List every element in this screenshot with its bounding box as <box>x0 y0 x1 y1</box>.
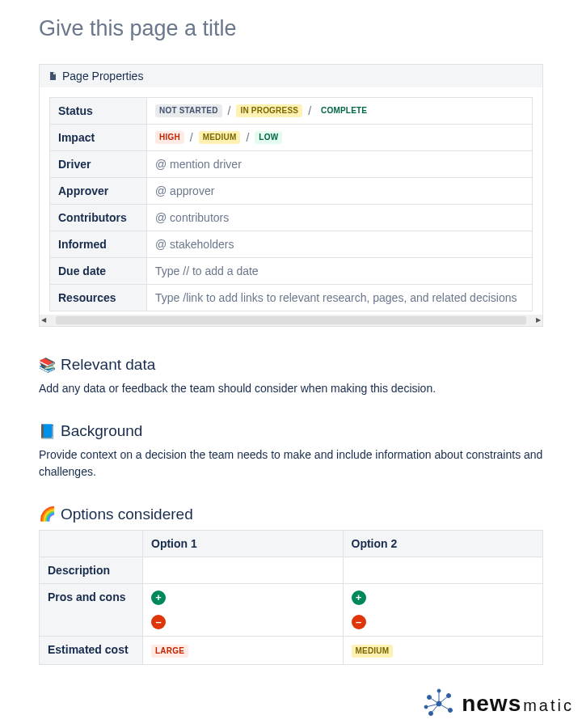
panel-body: Status NOT STARTED / IN PROGRESS / COMPL… <box>40 87 542 315</box>
prop-label: Approver <box>50 178 147 205</box>
prop-value-impact[interactable]: HIGH / MEDIUM / LOW <box>147 125 533 151</box>
minus-icon[interactable]: – <box>352 615 366 629</box>
options-col-1: Option 1 <box>143 530 344 557</box>
prop-value-due-date[interactable]: Type // to add a date <box>147 258 533 285</box>
prop-row-due-date: Due date Type // to add a date <box>50 258 533 285</box>
options-col-empty <box>40 530 143 557</box>
options-col-2: Option 2 <box>343 530 543 557</box>
horizontal-scrollbar[interactable]: ◀ ▶ <box>40 315 542 326</box>
blue-book-icon: 📘 <box>39 423 56 440</box>
properties-table: Status NOT STARTED / IN PROGRESS / COMPL… <box>49 97 533 311</box>
books-icon: 📚 <box>39 357 56 374</box>
cell-cost-opt2[interactable]: MEDIUM <box>343 636 543 664</box>
status-pill-complete[interactable]: COMPLETE <box>317 104 371 117</box>
page-title-placeholder[interactable]: Give this page a title <box>39 16 543 41</box>
plus-icon[interactable]: + <box>352 590 366 605</box>
section-heading-background: 📘 Background <box>39 422 543 440</box>
status-pill-in-progress[interactable]: IN PROGRESS <box>236 104 302 117</box>
prop-row-status: Status NOT STARTED / IN PROGRESS / COMPL… <box>50 98 533 125</box>
minus-icon[interactable]: – <box>151 615 166 629</box>
prop-label: Status <box>50 98 147 125</box>
page-properties-panel: Page Properties Status NOT STARTED / IN … <box>39 64 543 327</box>
row-label: Estimated cost <box>40 636 143 664</box>
impact-pill-high[interactable]: HIGH <box>155 131 184 144</box>
separator: / <box>190 131 193 144</box>
section-heading-options: 🌈 Options considered <box>39 506 543 523</box>
scroll-track[interactable] <box>56 316 526 324</box>
rainbow-icon: 🌈 <box>39 506 56 523</box>
prop-value-status[interactable]: NOT STARTED / IN PROGRESS / COMPLETE <box>147 98 533 125</box>
options-row-description: Description <box>40 557 543 583</box>
section-title: Background <box>61 422 142 440</box>
section-title: Relevant data <box>61 356 155 374</box>
separator: / <box>246 131 249 144</box>
cell-proscons-opt1[interactable]: + – <box>143 583 344 636</box>
section-text-background[interactable]: Provide context on a decision the team n… <box>39 447 543 480</box>
separator: / <box>228 104 231 117</box>
prop-row-resources: Resources Type /link to add links to rel… <box>50 285 533 311</box>
scroll-left-icon[interactable]: ◀ <box>40 316 48 324</box>
impact-pill-medium[interactable]: MEDIUM <box>199 131 241 144</box>
options-row-proscons: Pros and cons + – + – <box>40 583 543 636</box>
prop-row-informed: Informed @ stakeholders <box>50 231 533 258</box>
prop-label: Informed <box>50 231 147 258</box>
section-text-relevant-data[interactable]: Add any data or feedback the team should… <box>39 380 543 396</box>
section-title: Options considered <box>61 506 193 523</box>
prop-value-contributors[interactable]: @ contributors <box>147 205 533 231</box>
prop-row-approver: Approver @ approver <box>50 178 533 205</box>
prop-row-driver: Driver @ mention driver <box>50 151 533 178</box>
options-row-cost: Estimated cost LARGE MEDIUM <box>40 636 543 664</box>
panel-header: Page Properties <box>40 65 542 87</box>
prop-value-informed[interactable]: @ stakeholders <box>147 231 533 258</box>
impact-pill-low[interactable]: LOW <box>255 131 282 144</box>
prop-row-contributors: Contributors @ contributors <box>50 205 533 231</box>
cell-description-opt1[interactable] <box>143 557 344 583</box>
options-table: Option 1 Option 2 Description Pros and c… <box>39 530 543 665</box>
cost-pill-medium[interactable]: MEDIUM <box>352 645 394 658</box>
prop-label: Driver <box>50 151 147 178</box>
prop-value-resources[interactable]: Type /link to add links to relevant rese… <box>147 285 533 311</box>
prop-value-approver[interactable]: @ approver <box>147 178 533 205</box>
prop-label: Contributors <box>50 205 147 231</box>
cell-cost-opt1[interactable]: LARGE <box>143 636 344 664</box>
separator: / <box>308 104 311 117</box>
scroll-right-icon[interactable]: ▶ <box>534 316 542 324</box>
row-label: Pros and cons <box>40 583 143 636</box>
section-heading-relevant-data: 📚 Relevant data <box>39 356 543 374</box>
status-pill-not-started[interactable]: NOT STARTED <box>155 104 222 117</box>
prop-label: Resources <box>50 285 147 311</box>
prop-label: Impact <box>50 125 147 151</box>
prop-row-impact: Impact HIGH / MEDIUM / LOW <box>50 125 533 151</box>
cell-description-opt2[interactable] <box>343 557 543 583</box>
cell-proscons-opt2[interactable]: + – <box>343 583 543 636</box>
panel-title: Page Properties <box>62 70 143 83</box>
cost-pill-large[interactable]: LARGE <box>151 645 188 658</box>
plus-icon[interactable]: + <box>151 590 166 605</box>
row-label: Description <box>40 557 143 583</box>
prop-value-driver[interactable]: @ mention driver <box>147 151 533 178</box>
prop-label: Due date <box>50 258 147 285</box>
page-icon <box>48 70 57 82</box>
